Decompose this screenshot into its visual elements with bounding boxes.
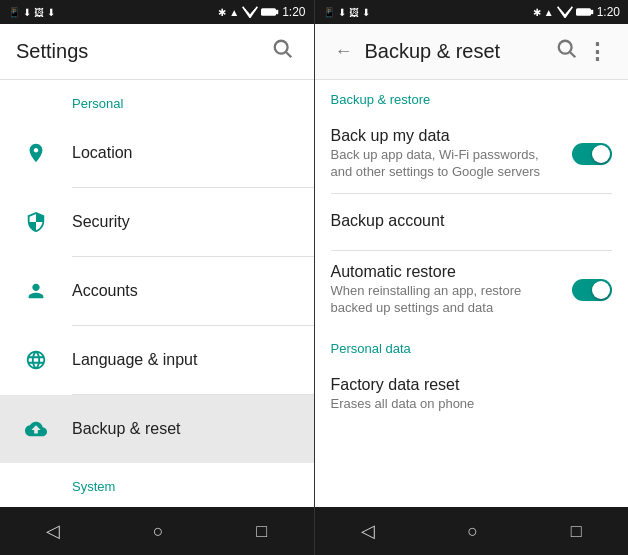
status-bar-right: 📱 ⬇ 🖼 ⬇ ✱ ▲ 1:20 <box>315 0 629 24</box>
location-text: Location <box>72 144 298 162</box>
sidebar-item-language[interactable]: Language & input <box>0 326 314 394</box>
location-label: Location <box>72 144 298 162</box>
svg-rect-1 <box>276 10 278 15</box>
section-personal: Personal <box>0 80 314 119</box>
auto-restore-text: Automatic restore When reinstalling an a… <box>331 263 561 317</box>
svg-rect-2 <box>262 9 276 15</box>
search-icon-right[interactable] <box>552 34 582 69</box>
top-bar-right: ← Backup & reset ⋮ <box>315 24 629 80</box>
factory-reset-subtitle: Erases all data on phone <box>331 396 613 413</box>
settings-list: Personal Location Security Account <box>0 80 314 507</box>
sys-icons-right: ✱ ▲ 1:20 <box>533 5 620 19</box>
backup-data-title: Back up my data <box>331 127 561 145</box>
svg-point-3 <box>274 41 287 54</box>
sidebar-item-security[interactable]: Security <box>0 188 314 256</box>
backup-data-toggle[interactable] <box>572 143 612 165</box>
toggle-thumb-2 <box>592 281 610 299</box>
signal-icon: ▲ <box>229 7 239 18</box>
backup-data-text: Back up my data Back up app data, Wi-Fi … <box>331 127 561 181</box>
home-button-left[interactable]: ○ <box>129 513 188 550</box>
sidebar-item-backup[interactable]: Backup & reset <box>0 395 314 463</box>
page-title-left: Settings <box>16 40 268 63</box>
auto-restore-item[interactable]: Automatic restore When reinstalling an a… <box>315 251 629 329</box>
security-icon <box>16 202 56 242</box>
auto-restore-title: Automatic restore <box>331 263 561 281</box>
factory-reset-text: Factory data reset Erases all data on ph… <box>331 376 613 413</box>
bluetooth-icon-right: ✱ <box>533 7 541 18</box>
back-arrow-button[interactable]: ← <box>331 37 357 66</box>
backup-account-title: Backup account <box>331 212 613 230</box>
sidebar-item-accounts[interactable]: Accounts <box>0 257 314 325</box>
factory-reset-item[interactable]: Factory data reset Erases all data on ph… <box>315 364 629 425</box>
language-label: Language & input <box>72 351 298 369</box>
svg-rect-6 <box>591 10 593 15</box>
svg-line-8 <box>570 52 575 57</box>
toggle-thumb <box>592 145 610 163</box>
page-title-right: Backup & reset <box>365 40 553 63</box>
backup-label: Backup & reset <box>72 420 298 438</box>
top-bar-left: Settings <box>0 24 314 80</box>
notification-icon3: 🖼 <box>34 7 44 18</box>
notification-icon4: ⬇ <box>47 7 55 18</box>
recent-button-left[interactable]: □ <box>232 513 291 550</box>
backup-icon <box>16 409 56 449</box>
nav-bar-left: ◁ ○ □ <box>0 507 314 555</box>
svg-point-7 <box>559 41 572 54</box>
backup-account-item[interactable]: Backup account <box>315 194 629 250</box>
signal-icon-right: ▲ <box>544 7 554 18</box>
status-bar-left: 📱 ⬇ 🖼 ⬇ ✱ ▲ 1:20 <box>0 0 314 24</box>
bluetooth-icon: ✱ <box>218 7 226 18</box>
security-label: Security <box>72 213 298 231</box>
auto-restore-toggle[interactable] <box>572 279 612 301</box>
recent-button-right[interactable]: □ <box>547 513 606 550</box>
section-system: System <box>0 463 314 502</box>
wifi-icon <box>242 6 258 18</box>
home-button-right[interactable]: ○ <box>443 513 502 550</box>
back-button-left[interactable]: ◁ <box>22 512 84 550</box>
notif-icon4: ⬇ <box>362 7 370 18</box>
left-panel: 📱 ⬇ 🖼 ⬇ ✱ ▲ 1:20 Settings Personal Locat… <box>0 0 315 555</box>
notification-icon2: ⬇ <box>23 7 31 18</box>
system-icons: ✱ ▲ 1:20 <box>218 5 305 19</box>
factory-reset-title: Factory data reset <box>331 376 613 394</box>
sidebar-item-datetime[interactable]: Date & time <box>0 502 314 507</box>
search-icon-left[interactable] <box>268 34 298 69</box>
location-icon <box>16 133 56 173</box>
backup-my-data-item[interactable]: Back up my data Back up app data, Wi-Fi … <box>315 115 629 193</box>
wifi-icon-right <box>557 6 573 18</box>
language-text: Language & input <box>72 351 298 369</box>
svg-rect-5 <box>576 8 591 16</box>
personal-data-section: Personal data <box>315 329 629 364</box>
notif-icon1: 📱 <box>323 7 335 18</box>
accounts-text: Accounts <box>72 282 298 300</box>
notification-icons-right: 📱 ⬇ 🖼 ⬇ <box>323 7 370 18</box>
more-options-icon[interactable]: ⋮ <box>582 35 612 69</box>
sidebar-item-location[interactable]: Location <box>0 119 314 187</box>
backup-data-subtitle: Back up app data, Wi-Fi passwords, and o… <box>331 147 561 181</box>
notification-icon: 📱 <box>8 7 20 18</box>
battery-icon-right <box>576 7 594 17</box>
notif-icon3: 🖼 <box>349 7 359 18</box>
accounts-icon <box>16 271 56 311</box>
backup-restore-section: Backup & restore <box>315 80 629 115</box>
nav-bar-right: ◁ ○ □ <box>315 507 629 555</box>
backup-reset-content: Backup & restore Back up my data Back up… <box>315 80 629 507</box>
security-text: Security <box>72 213 298 231</box>
svg-line-4 <box>286 52 291 57</box>
notif-icon2: ⬇ <box>338 7 346 18</box>
back-button-right[interactable]: ◁ <box>337 512 399 550</box>
auto-restore-subtitle: When reinstalling an app, restore backed… <box>331 283 561 317</box>
time-display-left: 1:20 <box>282 5 305 19</box>
accounts-label: Accounts <box>72 282 298 300</box>
notification-icons: 📱 ⬇ 🖼 ⬇ <box>8 7 55 18</box>
right-panel: 📱 ⬇ 🖼 ⬇ ✱ ▲ 1:20 ← Backup & reset ⋮ Back… <box>315 0 629 555</box>
time-display-right: 1:20 <box>597 5 620 19</box>
battery-icon <box>261 7 279 17</box>
language-icon <box>16 340 56 380</box>
backup-text: Backup & reset <box>72 420 298 438</box>
backup-account-text: Backup account <box>331 212 613 232</box>
